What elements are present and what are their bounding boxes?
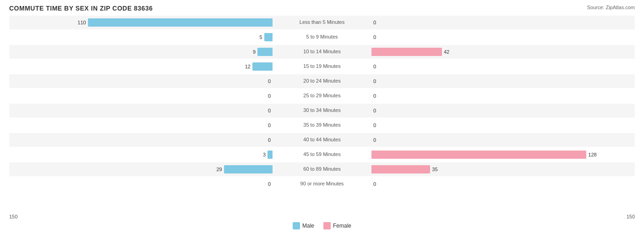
row-label: 10 to 14 Minutes	[276, 49, 368, 54]
female-value: 0	[373, 78, 376, 84]
female-value: 0	[373, 34, 376, 40]
male-value: 0	[268, 137, 271, 143]
legend-male-label: Male	[302, 223, 314, 229]
row-label: 15 to 19 Minutes	[276, 63, 368, 69]
row-label: 45 to 59 Minutes	[276, 151, 368, 157]
female-value: 0	[373, 137, 376, 143]
male-bar	[264, 33, 273, 41]
male-value: 5	[260, 34, 262, 40]
axis-left: 150	[9, 214, 17, 219]
legend-male: Male	[293, 222, 314, 229]
male-value: 12	[245, 64, 251, 69]
table-row: 55 to 9 Minutes0	[9, 30, 635, 44]
female-value: 128	[588, 152, 596, 157]
legend-female-box	[323, 222, 331, 229]
axis-labels: 150 150	[9, 214, 635, 219]
table-row: 345 to 59 Minutes128	[9, 148, 635, 162]
table-row: 025 to 29 Minutes0	[9, 89, 635, 103]
female-bar	[371, 151, 586, 159]
male-value: 110	[77, 20, 86, 25]
male-value: 29	[216, 167, 222, 172]
male-bar	[257, 48, 273, 56]
female-value: 0	[373, 93, 376, 99]
table-row: 110Less than 5 Minutes0	[9, 16, 635, 29]
chart-container: COMMUTE TIME BY SEX IN ZIP CODE 83636 So…	[0, 0, 644, 240]
row-label: 60 to 89 Minutes	[276, 166, 368, 172]
female-value: 35	[432, 167, 437, 172]
male-value: 0	[268, 181, 271, 187]
row-label: 30 to 34 Minutes	[276, 107, 368, 113]
table-row: 035 to 39 Minutes0	[9, 118, 635, 132]
male-bar	[252, 62, 273, 71]
legend-male-box	[293, 222, 300, 229]
table-row: 1215 to 19 Minutes0	[9, 60, 635, 73]
male-value: 0	[268, 78, 271, 84]
male-value: 0	[268, 123, 271, 128]
female-bar	[371, 165, 430, 173]
table-row: 040 to 44 Minutes0	[9, 133, 635, 147]
male-bar	[224, 165, 273, 173]
legend-female: Female	[323, 222, 351, 229]
male-value: 0	[268, 108, 271, 113]
male-value: 3	[263, 152, 266, 157]
table-row: 090 or more Minutes0	[9, 177, 635, 191]
female-value: 0	[373, 181, 376, 187]
source-text: Source: ZipAtlas.com	[587, 5, 635, 10]
table-row: 910 to 14 Minutes42	[9, 45, 635, 59]
female-value: 0	[373, 108, 376, 113]
male-value: 0	[268, 93, 271, 99]
male-bar	[267, 151, 273, 159]
legend: Male Female	[9, 222, 635, 229]
table-row: 030 to 34 Minutes0	[9, 104, 635, 117]
chart-area: 110Less than 5 Minutes055 to 9 Minutes09…	[9, 16, 635, 213]
row-label: Less than 5 Minutes	[276, 19, 368, 25]
female-value: 42	[444, 49, 449, 55]
table-row: 2960 to 89 Minutes35	[9, 162, 635, 176]
female-value: 0	[373, 20, 376, 25]
row-label: 90 or more Minutes	[276, 181, 368, 186]
male-value: 9	[253, 49, 256, 55]
table-row: 020 to 24 Minutes0	[9, 74, 635, 88]
axis-right: 150	[627, 214, 635, 219]
row-label: 5 to 9 Minutes	[276, 34, 368, 39]
female-bar	[371, 48, 442, 56]
row-label: 20 to 24 Minutes	[276, 78, 368, 84]
row-label: 25 to 29 Minutes	[276, 93, 368, 98]
female-value: 0	[373, 64, 376, 69]
legend-female-label: Female	[333, 223, 351, 229]
row-label: 40 to 44 Minutes	[276, 137, 368, 142]
row-label: 35 to 39 Minutes	[276, 122, 368, 128]
female-value: 0	[373, 123, 376, 128]
male-bar	[88, 18, 273, 27]
chart-title: COMMUTE TIME BY SEX IN ZIP CODE 83636	[9, 5, 635, 12]
